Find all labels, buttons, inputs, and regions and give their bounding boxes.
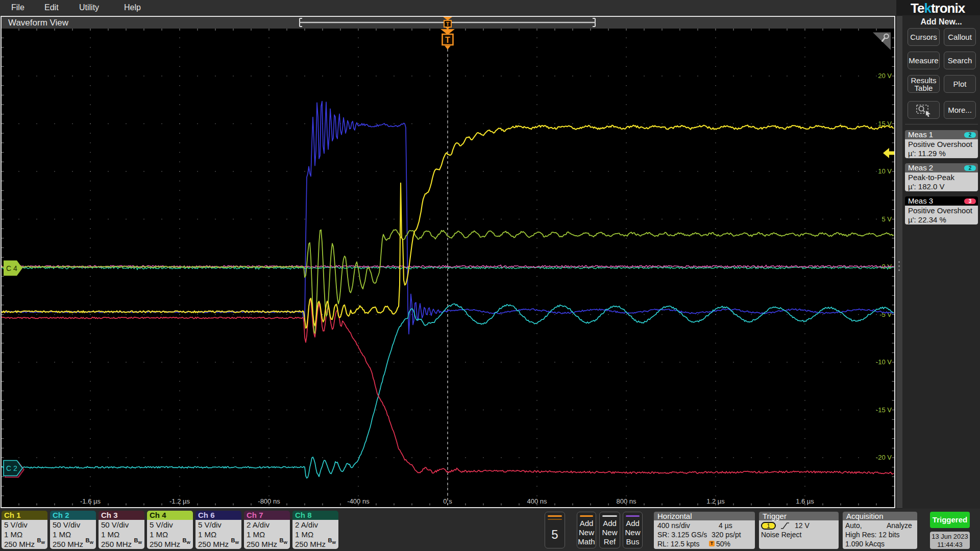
svg-text:-20 V: -20 V [876,454,892,461]
svg-text:C 4: C 4 [6,264,17,272]
svg-text:15 V: 15 V [878,120,892,128]
svg-text:-800 ns: -800 ns [258,497,280,505]
svg-text:800 ns: 800 ns [616,497,636,505]
svg-text:T: T [446,21,450,27]
svg-text:C 2: C 2 [6,464,17,472]
svg-text:-1.6 µs: -1.6 µs [80,497,101,505]
svg-text:1.6 µs: 1.6 µs [796,497,814,505]
svg-text:-400 ns: -400 ns [347,497,370,505]
svg-text:-1.2 µs: -1.2 µs [169,497,190,505]
svg-text:400 ns: 400 ns [527,497,547,505]
svg-text:T: T [445,36,450,44]
svg-text:1.2 µs: 1.2 µs [706,497,725,505]
svg-text:20 V: 20 V [878,72,892,80]
svg-text:-15 V: -15 V [876,406,892,414]
svg-text:5 V: 5 V [881,215,892,223]
svg-text:-10 V: -10 V [876,358,892,366]
svg-text:10 V: 10 V [878,167,892,175]
